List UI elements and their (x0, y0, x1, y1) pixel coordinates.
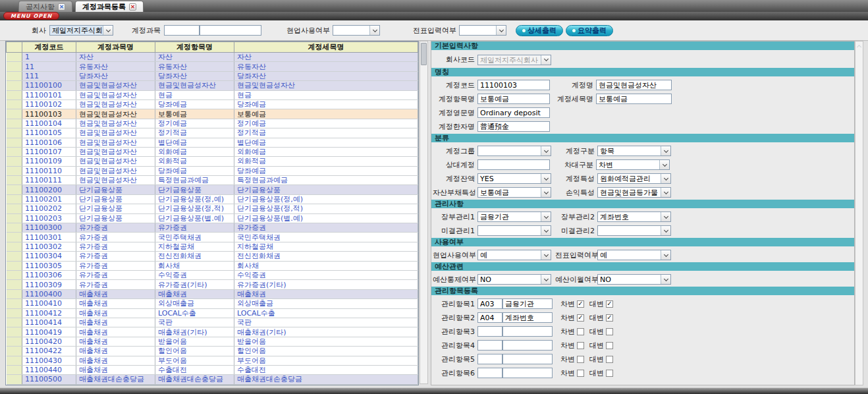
panel-scrollbar[interactable] (855, 41, 863, 385)
cell-item[interactable]: 수익증권 (155, 270, 234, 279)
cell-code[interactable]: 11100440 (22, 365, 76, 374)
grid-row[interactable]: 11100309유가증권유가증권(기타)유가증권(기타) (7, 280, 418, 289)
cell-item[interactable]: 국민주택채권 (155, 233, 234, 242)
row-selector-cell[interactable] (7, 90, 22, 99)
cell-item[interactable]: 현금 (155, 90, 234, 99)
mgmt-name-input[interactable] (502, 298, 553, 309)
cell-detail[interactable]: 단기금융상품(정,예) (234, 194, 418, 204)
cell-code[interactable]: 11100419 (22, 327, 76, 337)
cell-detail[interactable]: 당좌예금 (234, 166, 418, 175)
cell-code[interactable]: 11100101 (22, 90, 76, 99)
grid-row[interactable]: 11100105현금및현금성자산정기적금정기적금 (7, 128, 418, 138)
grid-row[interactable]: 11100200단기금융상품단기금융상품단기금융상품 (7, 185, 418, 194)
grid-row[interactable]: 11100106현금및현금성자산별단예금별단예금 (7, 138, 418, 147)
row-selector-cell[interactable] (7, 157, 22, 166)
cell-code[interactable]: 11100111 (22, 176, 76, 185)
grid-row[interactable]: 11100430매출채권부도어음부도어음 (7, 356, 418, 365)
field-input[interactable] (596, 94, 672, 104)
field-select[interactable]: 현금및현금등가물 (597, 187, 671, 198)
field-use-select[interactable] (333, 25, 380, 36)
debit-checkbox[interactable]: ✓ (577, 300, 584, 308)
cell-code[interactable]: 11100106 (22, 138, 76, 147)
mgmt-code-input[interactable] (477, 368, 502, 378)
grid-scrollbar[interactable] (420, 41, 428, 384)
cell-name[interactable]: 유동자산 (76, 62, 155, 71)
cell-name[interactable]: 매출채권 (76, 289, 155, 298)
grid-row[interactable]: 11100500매출채권대손충당금매출채권대손충당금매출채권대손충당금 (7, 375, 418, 384)
grid-row[interactable]: 11100109현금및현금성자산외화적금외화적금 (7, 157, 418, 166)
field-select[interactable]: NO (477, 274, 551, 285)
cell-item[interactable]: 매출채권대손충당금 (155, 375, 234, 384)
cell-name[interactable]: 유가증권 (76, 242, 155, 251)
cell-item[interactable]: 당좌예금 (155, 166, 234, 175)
cell-code[interactable]: 1 (22, 53, 76, 62)
cell-detail[interactable]: 특정현금과예금 (234, 176, 418, 185)
row-selector-cell[interactable] (7, 138, 22, 147)
row-selector-cell[interactable] (7, 176, 22, 185)
debit-checkbox[interactable] (577, 342, 584, 349)
cell-item[interactable]: 외상매출금 (155, 299, 234, 308)
grid-row[interactable]: 111당좌자산당좌자산당좌자산 (7, 71, 418, 80)
row-selector-cell[interactable] (7, 233, 22, 242)
field-select[interactable]: 금융기관 (477, 211, 551, 222)
mgmt-code-input[interactable] (477, 326, 502, 337)
cell-detail[interactable]: 매출채권(기타) (234, 327, 418, 337)
cell-code[interactable]: 11100422 (22, 347, 76, 356)
cell-code[interactable]: 11100306 (22, 270, 76, 279)
grid-row[interactable]: 11100302유가증권지하철공채지하철공채 (7, 242, 418, 251)
cell-item[interactable]: 당좌자산 (155, 71, 234, 80)
cell-detail[interactable]: 국판 (234, 318, 418, 327)
mgmt-name-input[interactable] (502, 326, 553, 337)
cell-name[interactable]: 유가증권 (76, 223, 155, 233)
cell-item[interactable]: 국판 (155, 318, 234, 327)
row-selector-cell[interactable] (7, 53, 22, 62)
cell-code[interactable]: 11100109 (22, 157, 76, 166)
cell-code[interactable]: 11100203 (22, 213, 76, 223)
cell-detail[interactable]: 외화예금 (234, 147, 418, 156)
grid-row[interactable]: 11100203단기금융상품단기금융상품(별.예)단기금융상품(별.예) (7, 213, 418, 223)
cell-code[interactable]: 11100110 (22, 166, 76, 175)
credit-checkbox[interactable]: ✓ (606, 300, 613, 308)
cell-item[interactable]: 당좌예금 (155, 99, 234, 109)
cell-name[interactable]: 현금및현금성자산 (76, 109, 155, 119)
row-selector-cell[interactable] (7, 270, 22, 279)
cell-item[interactable]: 단기금융상품(별.예) (155, 213, 234, 223)
grid-row[interactable]: 11100107현금및현금성자산외화예금외화예금 (7, 147, 418, 156)
cell-item[interactable]: 보통예금 (155, 109, 234, 119)
summary-print-button[interactable]: 요약출력 (566, 25, 613, 36)
row-selector-cell[interactable] (7, 213, 22, 223)
cell-item[interactable]: LOCAL수출 (155, 308, 234, 318)
grid-row[interactable]: 11100110현금및현금성자산당좌예금당좌예금 (7, 166, 418, 175)
cell-item[interactable]: 단기금융상품 (155, 185, 234, 194)
cell-detail[interactable]: 보통예금 (234, 109, 418, 119)
cell-item[interactable]: 회사채 (155, 261, 234, 270)
field-select[interactable]: 보통예금 (477, 187, 551, 198)
cell-item[interactable]: 할인어음 (155, 347, 234, 356)
tab-notice[interactable]: 공지사항 × (18, 1, 72, 12)
cell-code[interactable]: 11100103 (22, 109, 76, 119)
cell-name[interactable]: 단기금융상품 (76, 194, 155, 204)
row-selector-cell[interactable] (7, 242, 22, 251)
cell-detail[interactable]: 당좌예금 (234, 99, 418, 109)
cell-name[interactable]: 현금및현금성자산 (76, 99, 155, 109)
cell-code[interactable]: 111 (22, 71, 76, 80)
row-selector-cell[interactable] (7, 327, 22, 337)
cell-name[interactable]: 현금및현금성자산 (76, 128, 155, 138)
field-select[interactable]: NO (597, 274, 671, 285)
cell-item[interactable]: 단기금융상품(정,예) (155, 194, 234, 204)
row-selector-cell[interactable] (7, 81, 22, 90)
cell-item[interactable]: 정기예금 (155, 119, 234, 128)
field-select[interactable]: 제일저지주식회사 (477, 55, 551, 65)
row-selector-cell[interactable] (7, 261, 22, 270)
field-select[interactable]: 차변 (596, 159, 670, 170)
cell-item[interactable]: 수출대전 (155, 365, 234, 374)
row-selector-cell[interactable] (7, 119, 22, 128)
row-selector-cell[interactable] (7, 318, 22, 327)
mgmt-name-input[interactable] (502, 312, 553, 323)
grid-row[interactable]: 11100103현금및현금성자산보통예금보통예금 (7, 109, 418, 119)
cell-name[interactable]: 현금및현금성자산 (76, 166, 155, 175)
grid-row[interactable]: 11100419매출채권매출채권(기타)매출채권(기타) (7, 327, 418, 337)
row-selector-cell[interactable] (7, 337, 22, 346)
cell-name[interactable]: 현금및현금성자산 (76, 157, 155, 166)
cell-name[interactable]: 당좌자산 (76, 71, 155, 80)
